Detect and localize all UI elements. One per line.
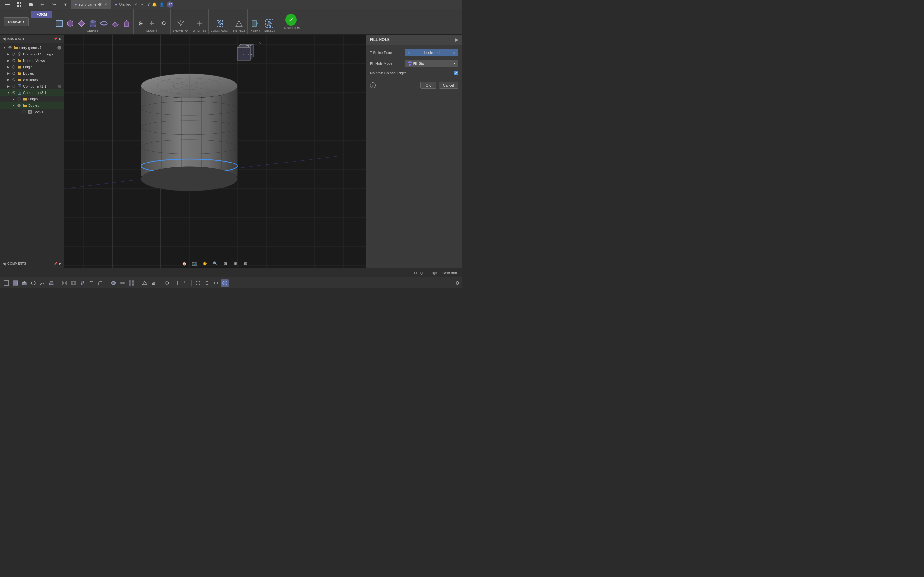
form-tab[interactable]: FORM [31,11,52,18]
tree-item-body1[interactable]: ▶ Body1 [0,109,64,115]
visibility-icon[interactable] [11,58,16,63]
create-diamond-icon[interactable] [76,18,87,29]
info-icon[interactable]: i [370,82,376,88]
grid-icon[interactable] [14,0,24,10]
visibility-icon[interactable] [17,103,21,108]
zoom-icon[interactable]: 🔍 [211,259,219,268]
camera-icon[interactable]: 📷 [191,259,198,268]
create-sphere-icon[interactable] [65,18,75,29]
design-button[interactable]: DESIGN ▾ [4,17,29,26]
browser-expand-icon[interactable]: ▶ [59,37,61,41]
visibility-icon[interactable] [11,71,16,76]
bt-draft-icon[interactable] [79,279,86,287]
more-options-icon[interactable]: ▾ [60,0,71,10]
comments-back-icon[interactable]: ◀ [3,261,5,266]
bt-extra2-icon[interactable] [203,279,211,287]
visibility-icon[interactable] [11,77,16,82]
comments-pin-icon[interactable]: 📌 [53,262,57,266]
bt-combine-icon[interactable] [110,279,118,287]
clear-selection-icon[interactable]: ✕ [452,51,455,55]
comments-expand-icon[interactable]: ▶ [59,262,61,266]
browser-back-icon[interactable]: ◀ [3,37,5,41]
bt-unfold-icon[interactable] [141,279,149,287]
bt-offset-face-icon[interactable] [61,279,68,287]
save-icon[interactable] [26,0,36,10]
tree-item-bodies2[interactable]: ▼ Bodies [0,102,64,109]
fill-hole-mode-dropdown[interactable]: Fill Star ▾ [405,60,458,67]
browser-pin-icon[interactable]: 📌 [53,37,57,41]
visibility-icon[interactable] [11,65,16,69]
tab-sorry-game[interactable]: ■ sorry game v8* ✕ [71,0,111,9]
modify-icon1[interactable]: ⊕ [136,18,146,29]
display-mode-icon[interactable]: ▣ [232,259,239,268]
utilities-icon[interactable] [194,18,205,29]
bt-loft-icon[interactable] [47,279,55,287]
cancel-button[interactable]: Cancel [439,82,458,89]
undo-icon[interactable]: ↩ [37,0,47,10]
bt-mirror-icon[interactable] [119,279,126,287]
bt-fillet-icon[interactable] [87,279,95,287]
bt-revolve-icon[interactable] [29,279,37,287]
user-initials[interactable]: JP [167,1,173,8]
insert-icon[interactable] [250,18,260,29]
bt-box-filled-icon[interactable] [11,279,19,287]
visibility-icon[interactable] [11,90,16,95]
nav-cube[interactable]: FRONT TOP ✕ [231,41,263,67]
create-box-icon[interactable] [54,18,64,29]
bt-sweep-icon[interactable] [39,279,46,287]
modify-move-icon[interactable]: ✛ [147,18,157,29]
settings-icon[interactable]: ⚙ [455,280,459,285]
ok-button[interactable]: OK [420,82,436,89]
tree-item-origin[interactable]: ▶ Origin [0,64,64,70]
tree-item-doc-settings[interactable]: ▶ Document Settings [0,51,64,57]
tspline-edge-value[interactable]: ↖ 1 selected ✕ [405,49,458,56]
bt-extra1-icon[interactable] [194,279,202,287]
tree-item-component3[interactable]: ▼ Component3:1 [0,89,64,96]
create-cylinder-icon[interactable] [87,18,98,29]
panel-expand-icon[interactable]: ▶ [455,37,458,42]
maintain-crease-checkbox[interactable]: ✓ [454,71,458,75]
layout-icon[interactable]: ⊟ [242,259,250,268]
bt-face-outline-icon[interactable] [163,279,171,287]
tree-item-origin2[interactable]: ▶ Origin [0,96,64,102]
bt-stamp-icon[interactable] [150,279,158,287]
visibility-faded-icon[interactable] [17,97,21,101]
bt-pattern-icon[interactable] [128,279,136,287]
tab-close-2[interactable]: ✕ [134,3,137,6]
viewport[interactable]: FRONT TOP ✕ 🏠 📷 ✋ 🔍 ⊞ ▣ ⊟ [64,35,366,268]
visibility-icon[interactable] [11,52,16,56]
construct-icon[interactable] [215,18,225,29]
pan-icon[interactable]: ✋ [201,259,208,268]
tree-item-named-views[interactable]: ▶ Named Views [0,57,64,64]
tree-item-bodies[interactable]: ▶ Bodies [0,70,64,77]
tab-close-1[interactable]: ✕ [104,3,107,6]
view-mode-icon[interactable]: ⊞ [221,259,229,268]
modify-unfold-icon[interactable]: ⟲ [158,18,168,29]
visibility-faded-icon[interactable] [22,110,26,114]
user-icon[interactable]: 👤 [160,2,164,7]
visibility-icon[interactable] [8,45,12,50]
create-extrude-icon[interactable] [121,18,132,29]
app-menu-icon[interactable] [3,0,13,10]
bt-selected-icon[interactable] [221,279,229,287]
create-plane-icon[interactable] [110,18,120,29]
tab-untitled[interactable]: ■ Untitled* ✕ + [111,2,147,7]
finish-form-button[interactable]: ✓ FINISH FORM [278,9,304,34]
bt-extrude-icon[interactable] [21,279,28,287]
bt-box-outline-icon[interactable] [3,279,10,287]
notification-icon[interactable]: 🔔 [152,2,157,7]
help-icon[interactable]: ? [148,2,150,7]
create-torus-icon[interactable] [99,18,109,29]
tree-item-component1[interactable]: ▶ Component1:1 [0,83,64,89]
home-view-icon[interactable]: 🏠 [180,259,188,268]
add-tab-icon[interactable]: + [142,3,144,6]
visibility-faded-icon[interactable] [11,84,16,89]
bt-sketch-outline-icon[interactable] [172,279,180,287]
bt-dim-2d-icon[interactable] [181,279,189,287]
bt-shell-icon[interactable] [69,279,78,287]
tree-item-root[interactable]: ▼ sorry game v7 [0,45,64,51]
bt-extra3-icon[interactable] [212,279,220,287]
tree-item-sketches[interactable]: ▶ Sketches [0,77,64,83]
symmetry-icon[interactable] [176,18,186,29]
redo-icon[interactable]: ↪ [49,0,59,10]
